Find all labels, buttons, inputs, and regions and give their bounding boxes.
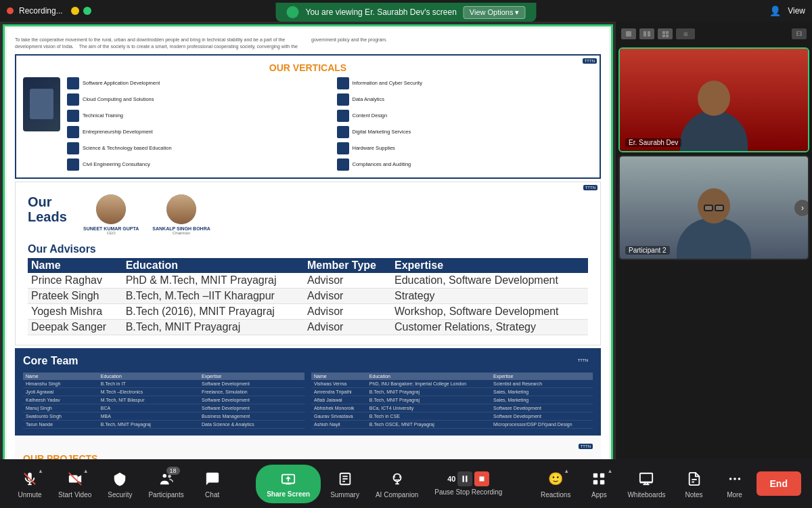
main-area: To take the cooperative movement to the … [0, 0, 812, 459]
layout-btn-1[interactable] [621, 28, 636, 39]
adv-col-expertise: Expertise [391, 258, 588, 273]
vertical-item: Information and Cyber Security [337, 77, 593, 89]
our-leads-section: TTTN Our Leads SUNEET KUMAR GUPTA [15, 182, 601, 345]
svg-rect-21 [600, 473, 604, 477]
vertical-item: Hardware Supplies [337, 142, 593, 154]
team-row: Aftab JalawalB.Tech, MNIT PrayagrajSales… [311, 396, 593, 404]
next-video-btn[interactable]: › [794, 200, 809, 216]
our-verticals-title: OUR VERTICALS [23, 62, 593, 73]
chat-button[interactable]: Chat [194, 465, 231, 503]
shield-icon [110, 469, 129, 488]
end-button[interactable]: End [757, 471, 801, 496]
core-team-title: Core Team [23, 355, 593, 367]
leads-tttn-badge: TTTN [583, 185, 597, 190]
svg-rect-22 [593, 480, 597, 484]
minimize-btn[interactable] [71, 7, 79, 15]
apps-button[interactable]: ▲ Apps [580, 465, 618, 503]
apps-icon: ▲ [589, 469, 608, 488]
reactions-label: Reactions [541, 491, 570, 499]
leads-title: Our Leads [28, 194, 75, 224]
vertical-item: Software Application Development [67, 77, 323, 89]
vertical-item: Cloud Computing and Solutions [67, 93, 323, 106]
unmute-caret[interactable]: ▲ [38, 468, 43, 474]
bottom-toolbar: ▲ Unmute ▲ Start Video Secu [0, 459, 812, 508]
start-video-button[interactable]: ▲ Start Video [51, 465, 98, 503]
our-verticals-section: TTTN OUR VERTICALS Software Application … [15, 54, 601, 179]
intro-text: To take the cooperative movement to the … [15, 37, 601, 50]
recording-label: Recording... [19, 6, 63, 16]
advisor-row: Deepak SangerB.Tech, MNIT PrayagrajAdvis… [28, 319, 588, 335]
screen-share-banner: You are viewing Er. Saurabh Dev's screen… [276, 3, 537, 22]
reactions-icon: 🙂 ▲ [546, 469, 565, 488]
team-row: Swatounto SinghMBABusiness Management [23, 412, 304, 420]
summary-label: Summary [330, 491, 359, 499]
more-icon [725, 469, 744, 488]
pause-stop-label: Pause Stop Recording [434, 488, 502, 496]
participants-button[interactable]: ▲ 18 Participants [141, 465, 190, 503]
vertical-item: Technical Training [67, 110, 323, 122]
video-tile-person1: Er. Saurabh Dev [618, 47, 809, 152]
svg-rect-20 [593, 473, 597, 477]
start-video-label: Start Video [58, 491, 91, 499]
filmstrip-btn[interactable]: 🎞 [792, 28, 807, 39]
whiteboards-button[interactable]: Whiteboards [621, 465, 672, 503]
notes-button[interactable]: Notes [675, 465, 713, 503]
apps-caret[interactable]: ▲ [607, 468, 612, 474]
more-button[interactable]: More [716, 465, 754, 503]
vertical-item: Entrepreneurship Development [67, 126, 323, 138]
lead-card-2: SANKALP SINGH BOHRA Chairman [152, 194, 210, 235]
expand-btn[interactable] [83, 7, 91, 15]
recording-dot [7, 7, 14, 14]
svg-point-32 [734, 478, 736, 480]
chat-icon [203, 469, 222, 488]
share-screen-icon [279, 470, 298, 489]
svg-rect-24 [640, 473, 652, 482]
leads-block: Our Leads SUNEET KUMAR GUPTA CEO [22, 189, 593, 240]
security-button[interactable]: Security [101, 465, 139, 503]
share-screen-button[interactable]: Share Screen [256, 465, 321, 503]
team-table-right: NameEducationExpertise Vishwas VermaPhD,… [311, 373, 593, 429]
more-view-btn[interactable]: ⊞ [676, 28, 695, 39]
whiteboards-icon [637, 469, 656, 488]
profile-icon[interactable]: 👤 [769, 5, 781, 16]
advisor-row: Prince RaghavPhD & M.Tech, MNIT Prayagra… [28, 273, 588, 289]
svg-point-33 [738, 478, 740, 480]
layout-btn-3[interactable] [658, 28, 673, 39]
tttn-badge: TTTN [583, 58, 597, 64]
participants-count-badge: 18 [166, 467, 180, 475]
advisors-table: Name Education Member Type Expertise Pri… [28, 258, 588, 335]
apps-label: Apps [591, 491, 607, 499]
video-caret[interactable]: ▲ [83, 468, 89, 474]
unmute-button[interactable]: ▲ Unmute [11, 465, 49, 503]
advisor-row: Yogesh MishraB.Tech (2016), MNIT Prayagr… [28, 303, 588, 319]
vertical-item: Data Analytics [337, 93, 593, 106]
reactions-button[interactable]: 🙂 ▲ Reactions [534, 465, 577, 503]
team-row: Jyoti AgrawalM.Tech –ElectronicsFreelanc… [23, 387, 304, 396]
view-label[interactable]: View [788, 6, 805, 16]
team-row: Amrendra TripathiB.Tech, MNIT PrayagrajS… [311, 387, 593, 396]
slide-border: To take the cooperative movement to the … [3, 24, 613, 459]
recording-timer: 40 [447, 475, 455, 483]
adv-col-type: Member Type [304, 258, 391, 273]
ai-companion-button[interactable]: AI Companion [369, 465, 425, 503]
lead-avatar-1 [96, 194, 126, 224]
vertical-item: Science & Technology based Education [67, 142, 323, 154]
slide-scroll[interactable]: To take the cooperative movement to the … [5, 26, 611, 459]
svg-rect-23 [600, 480, 604, 484]
pause-icon [457, 471, 472, 486]
pause-stop-recording-button[interactable]: 40 Pause Stop Recording [428, 467, 509, 500]
toolbar-center-group: Share Screen Summary [256, 465, 509, 503]
view-options-button[interactable]: View Options ▾ [464, 6, 526, 19]
stop-icon [474, 471, 489, 486]
toolbar-right-group: 🙂 ▲ Reactions ▲ Apps [534, 465, 801, 503]
vertical-item: Content Design [337, 110, 593, 122]
reactions-caret[interactable]: ▲ [564, 468, 569, 474]
summary-button[interactable]: Summary [323, 465, 366, 503]
lead-avatar-2 [166, 194, 196, 224]
shared-screen: To take the cooperative movement to the … [0, 22, 616, 459]
layout-btn-2[interactable] [639, 28, 654, 39]
participants-label: Participants [148, 491, 183, 499]
chat-label: Chat [205, 491, 219, 499]
our-projects-section: TTTN OUR PROJECTS UTTAR PRADESH GRAM SAH… [15, 436, 601, 459]
lead-name-2: SANKALP SINGH BOHRA [152, 226, 210, 231]
